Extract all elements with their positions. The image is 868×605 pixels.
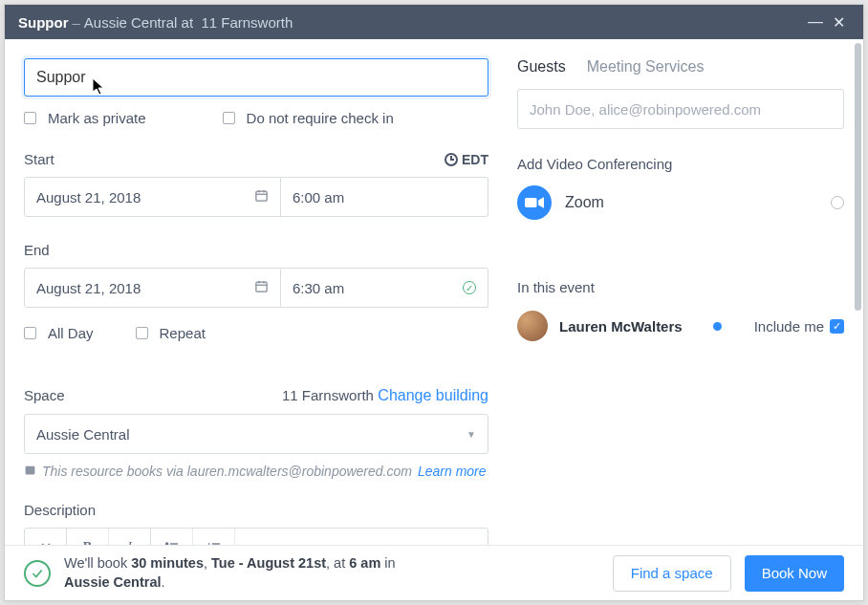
space-value: Aussie Central xyxy=(36,426,130,443)
right-column: Guests Meeting Services Add Video Confer… xyxy=(502,39,863,545)
footer: We'll book 30 minutes, Tue - August 21st… xyxy=(5,545,863,600)
zoom-option[interactable]: Zoom xyxy=(517,185,844,220)
timezone-selector[interactable]: EDT xyxy=(445,152,488,167)
repeat-checkbox[interactable]: Repeat xyxy=(136,325,206,341)
all-day-checkbox[interactable]: All Day xyxy=(24,325,94,341)
titlebar: Suppor – Aussie Central at 11 Farnsworth… xyxy=(5,5,863,39)
note-prefix: This resource books via xyxy=(42,464,184,479)
title-separator: – xyxy=(73,14,80,31)
clock-icon xyxy=(445,153,458,166)
calendar-icon xyxy=(254,279,269,296)
description-toolbar: B I xyxy=(24,528,488,545)
numbered-list-button[interactable] xyxy=(193,529,235,545)
guest-row: Lauren McWalters Include me ✓ xyxy=(517,311,844,341)
booking-ok-icon xyxy=(24,560,51,587)
summary-duration: 30 minutes xyxy=(131,555,204,571)
end-label-row: End xyxy=(24,242,488,258)
no-checkin-box[interactable] xyxy=(223,112,235,124)
summary-room: Aussie Central xyxy=(64,574,162,590)
video-conf-label: Add Video Conferencing xyxy=(517,156,844,172)
no-checkin-label: Do not require check in xyxy=(247,110,394,126)
end-time-input[interactable]: 6:30 am ✓ xyxy=(281,268,488,308)
svg-rect-8 xyxy=(26,466,35,475)
svg-rect-4 xyxy=(256,282,267,292)
calendar-icon xyxy=(254,188,269,205)
chevron-down-icon: ▼ xyxy=(467,429,476,440)
note-email: lauren.mcwalters@robinpowered.com xyxy=(187,464,412,479)
tab-meeting-services[interactable]: Meeting Services xyxy=(587,58,705,76)
close-icon[interactable]: ✕ xyxy=(827,13,850,32)
bold-button[interactable]: B xyxy=(67,529,109,545)
find-space-button[interactable]: Find a space xyxy=(613,555,731,592)
svg-rect-21 xyxy=(525,198,537,207)
repeat-box[interactable] xyxy=(136,327,148,339)
booking-summary: We'll book 30 minutes, Tue - August 21st… xyxy=(64,554,396,592)
book-now-button[interactable]: Book Now xyxy=(745,555,844,592)
zoom-label: Zoom xyxy=(565,194,817,211)
svg-marker-22 xyxy=(538,197,544,208)
learn-more-link[interactable]: Learn more xyxy=(418,464,487,479)
timezone-label: EDT xyxy=(462,152,488,167)
mark-private-checkbox[interactable]: Mark as private xyxy=(24,110,146,126)
all-day-label: All Day xyxy=(48,325,94,341)
no-checkin-checkbox[interactable]: Do not require check in xyxy=(223,110,394,126)
minimize-icon[interactable]: — xyxy=(804,13,827,31)
window-title: Suppor xyxy=(18,14,69,31)
right-tabs: Guests Meeting Services xyxy=(517,58,844,76)
start-time-value: 6:00 am xyxy=(293,189,344,205)
space-select[interactable]: Aussie Central ▼ xyxy=(24,414,488,454)
location-name: 11 Farnsworth xyxy=(201,14,293,31)
status-dot-icon xyxy=(713,322,722,331)
guest-input[interactable] xyxy=(517,89,844,129)
summary-time: 6 am xyxy=(349,555,380,571)
include-me-label: Include me xyxy=(754,318,824,335)
mark-private-label: Mark as private xyxy=(48,110,146,126)
description-label: Description xyxy=(24,502,488,518)
start-date-value: August 21, 2018 xyxy=(36,189,141,205)
zoom-radio[interactable] xyxy=(831,196,844,209)
in-event-label: In this event xyxy=(517,279,844,295)
end-date-input[interactable]: August 21, 2018 xyxy=(24,268,281,308)
scrollbar[interactable] xyxy=(855,43,861,311)
summary-date: Tue - August 21st xyxy=(211,555,326,571)
guest-name: Lauren McWalters xyxy=(559,318,702,335)
left-column: Mark as private Do not require check in … xyxy=(5,39,502,545)
mark-private-box[interactable] xyxy=(24,112,36,124)
include-me-toggle[interactable]: Include me ✓ xyxy=(754,318,844,335)
booking-note: This resource books via lauren.mcwalters… xyxy=(24,464,488,479)
start-label: Start xyxy=(24,151,54,167)
include-me-checkbox[interactable]: ✓ xyxy=(830,319,844,334)
end-date-value: August 21, 2018 xyxy=(36,280,141,296)
zoom-icon xyxy=(517,185,552,220)
end-time-value: 6:30 am xyxy=(293,280,344,296)
end-label: End xyxy=(24,242,50,258)
start-label-row: Start EDT xyxy=(24,151,488,167)
dialog-body: Mark as private Do not require check in … xyxy=(5,39,863,545)
event-dialog: Suppor – Aussie Central at 11 Farnsworth… xyxy=(4,4,864,601)
repeat-label: Repeat xyxy=(160,325,206,341)
start-date-input[interactable]: August 21, 2018 xyxy=(24,177,281,217)
avatar xyxy=(517,311,548,341)
start-time-input[interactable]: 6:00 am xyxy=(281,177,488,217)
availability-ok-icon: ✓ xyxy=(463,281,476,294)
window-location: Aussie Central at 11 Farnsworth xyxy=(84,14,293,31)
event-title-input[interactable] xyxy=(24,58,488,97)
bullet-list-button[interactable] xyxy=(151,529,193,545)
location-prefix: Aussie Central at xyxy=(84,14,193,31)
italic-button[interactable]: I xyxy=(109,529,151,545)
building-name: 11 Farnsworth xyxy=(282,387,374,403)
space-label: Space xyxy=(24,387,65,403)
svg-rect-0 xyxy=(256,191,267,201)
all-day-box[interactable] xyxy=(24,327,36,339)
change-building-link[interactable]: Change building xyxy=(378,387,488,404)
summary-prefix: We'll book xyxy=(64,555,131,571)
svg-point-9 xyxy=(165,543,167,545)
code-view-button[interactable] xyxy=(25,529,67,545)
tab-guests[interactable]: Guests xyxy=(517,58,566,76)
calendar-icon xyxy=(24,464,36,479)
